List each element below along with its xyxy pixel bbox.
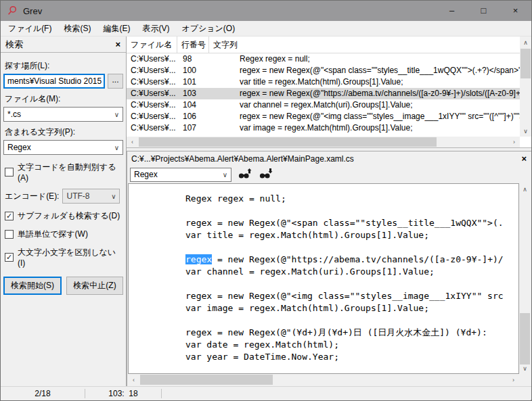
location-label: 探す場所(L): [5,60,122,72]
cell-string: regex = new Regex(@"<span class=""styles… [209,65,520,76]
results-rows: C:¥Users¥... 98 Regex regex = null; C:¥U… [127,53,520,137]
checkbox-auto-detect-encoding[interactable]: 文字コードを自動判別する(A) [5,162,122,183]
checkbox-whole-word[interactable]: 単語単位で探す(W) [5,229,122,240]
encoding-combobox[interactable]: UTF-8 ∨ [62,189,120,204]
cell-line-number: 106 [177,111,209,122]
chevron-down-icon: ∨ [220,171,227,179]
results-vertical-scrollbar[interactable]: ∧ ∨ [520,37,531,137]
find-next-button[interactable] [257,168,273,181]
cell-filename: C:¥Users¥... [127,88,177,99]
minimize-button[interactable]: – [436,1,468,21]
cell-string: regex = new Regex(@"https://abema.tv/cha… [209,88,520,99]
cell-filename: C:¥Users¥... [127,122,177,134]
encoding-label: エンコード(E): [5,191,59,202]
scroll-left-icon[interactable]: ‹ [127,137,137,147]
table-row[interactable]: C:¥Users¥... 104 var channel = regex.Mat… [127,99,520,111]
menu-options[interactable]: オプション(O) [175,21,241,37]
location-value: ments¥Visual Studio 2015 [7,76,102,86]
cell-line-number: 98 [177,53,209,65]
results-header: ファイル名 行番号 文字列 [127,37,531,53]
table-row[interactable]: C:¥Users¥... 101 var title = regex.Match… [127,76,520,88]
code-line: var title = regex.Match(html).Groups[1].… [185,229,518,241]
results-horizontal-scrollbar[interactable]: ‹ › [127,137,520,147]
scroll-down-icon[interactable]: ∨ [519,363,531,373]
table-row-selected[interactable]: C:¥Users¥... 103 regex = new Regex(@"htt… [127,88,520,99]
menu-edit[interactable]: 編集(E) [97,21,136,37]
preview-pane: C:¥...¥Projects¥Abema.Alert¥Abema.Alert¥… [127,151,531,387]
scroll-right-icon[interactable]: › [509,137,519,147]
column-header-line-number[interactable]: 行番号 [177,37,209,53]
search-stop-button[interactable]: 検索中止(Z) [66,277,123,295]
menu-view[interactable]: 表示(V) [136,21,175,37]
cell-line-number: 100 [177,65,209,76]
close-button[interactable]: × [500,1,531,21]
search-panel-header: 検索 × [1,37,126,53]
checkbox-label: 単語単位で探す(W) [18,229,88,240]
preview-file-path: C:¥...¥Projects¥Abema.Alert¥Abema.Alert¥… [131,154,521,164]
menu-file[interactable]: ファイル(F) [2,21,58,37]
search-panel: 検索 × 探す場所(L): ments¥Visual Studio 2015 ∨… [1,37,127,387]
code-line: var image = regex.Match(html).Groups[1].… [185,302,518,314]
resize-grip[interactable] [528,397,529,398]
checkbox-ignore-case[interactable]: ✓ 大文字小文字を区別しない(I) [5,247,122,268]
scrollbar-thumb[interactable] [520,313,530,364]
table-row[interactable]: C:¥Users¥... 107 var image = regex.Match… [127,122,520,134]
preview-search-value: Regex [134,170,158,179]
column-header-string[interactable]: 文字列 [209,37,531,53]
window-title: Grev [23,6,42,16]
scroll-right-icon[interactable]: › [508,374,518,385]
window-controls: – □ × [436,1,531,21]
code-line [185,278,518,290]
cell-line-number: 104 [177,99,209,111]
menu-search[interactable]: 検索(S) [58,21,97,37]
code-line: var date = regex.Match(html); [185,339,518,351]
code-line: Regex regex = null; [185,193,518,205]
column-header-filename[interactable]: ファイル名 [127,37,177,53]
cell-string: regex = new Regex(@"<img class=""styles_… [209,111,520,122]
preview-close-icon[interactable]: × [521,154,527,164]
preview-code-viewer[interactable]: Regex regex = null; regex = new Regex(@"… [128,183,519,374]
binoculars-up-icon [238,168,252,181]
scroll-left-icon[interactable]: ‹ [129,374,139,385]
status-match-index: 2/18 [1,387,85,400]
browse-folder-button[interactable]: ... [108,74,123,89]
cell-line-number: 103 [177,88,209,99]
location-combobox[interactable]: ments¥Visual Studio 2015 ∨ [3,74,105,89]
app-logo-magnifier-icon [7,5,18,16]
titlebar: Grev – □ × [1,1,531,21]
scroll-up-icon[interactable]: ∧ [519,184,531,194]
search-panel-close-icon[interactable]: × [115,39,120,49]
filename-value: *.cs [7,110,21,119]
scrollbar-thumb[interactable] [520,49,531,78]
table-row[interactable]: C:¥Users¥... 98 Regex regex = null; [127,53,520,65]
search-start-button[interactable]: 検索開始(S) [3,277,62,295]
code-line: var channel = regex.Match(uri).Groups[1]… [185,266,518,278]
code-line [185,314,518,327]
code-line: regex = new Regex(@"<span class=""styles… [185,217,518,229]
preview-search-combobox[interactable]: Regex ∨ [130,168,231,182]
preview-horizontal-scrollbar[interactable]: ‹ › [128,374,519,385]
pattern-combobox[interactable]: Regex ∨ [3,140,123,155]
preview-vertical-scrollbar[interactable]: ∧ ∨ [519,183,531,374]
scrollbar-thumb[interactable] [139,137,437,147]
table-row[interactable]: C:¥Users¥... 106 regex = new Regex(@"<im… [127,111,520,122]
maximize-button[interactable]: □ [468,1,500,21]
checkbox-search-subfolders[interactable]: ✓ サブフォルダも検索する(D) [5,210,122,222]
checkbox-box: ✓ [5,253,14,262]
pattern-value: Regex [7,143,31,152]
cell-line-number: 107 [177,122,209,134]
scroll-up-icon[interactable]: ∧ [520,37,531,47]
checkbox-box: ✓ [5,212,14,220]
code-line: var year = DateTime.Now.Year; [185,351,518,363]
find-previous-button[interactable] [236,168,252,181]
menu-bar: ファイル(F) 検索(S) 編集(E) 表示(V) オプション(O) [1,21,531,37]
table-row[interactable]: C:¥Users¥... 100 regex = new Regex(@"<sp… [127,65,520,76]
cell-line-number: 101 [177,76,209,88]
scrollbar-thumb[interactable] [140,375,273,385]
cell-filename: C:¥Users¥... [127,76,177,88]
chevron-down-icon: ∨ [108,193,116,200]
filename-combobox[interactable]: *.cs ∨ [3,107,123,122]
code-line [185,205,518,217]
code-line: regex = new Regex(@"<img class=""styles_… [185,290,518,302]
scroll-down-icon[interactable]: ∨ [520,126,531,136]
